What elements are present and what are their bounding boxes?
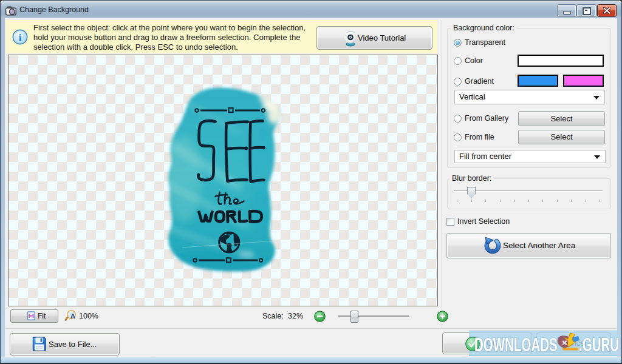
svg-text:A: A: [70, 312, 75, 320]
svg-text:i: i: [19, 32, 22, 44]
